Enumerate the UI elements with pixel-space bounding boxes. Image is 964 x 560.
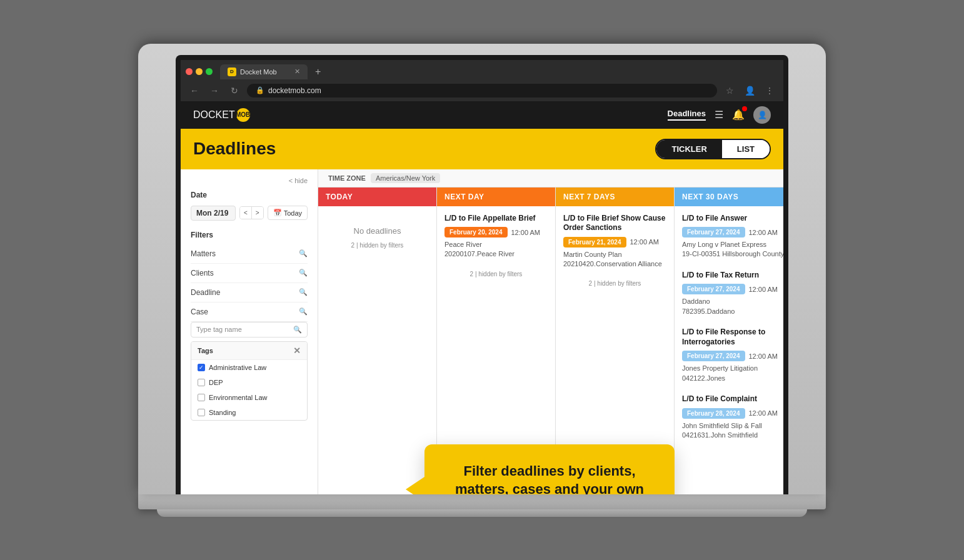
today-hidden-note: 2 | hidden by filters <box>326 242 429 249</box>
timezone-bar: TIME ZONE Americas/New York <box>318 169 783 188</box>
traffic-lights <box>186 68 213 75</box>
deadline-time-appellate: 12:00 AM <box>511 229 540 236</box>
deadline-badge-tax: February 27, 2024 <box>682 284 745 294</box>
tag-checkbox-dep[interactable] <box>198 379 205 386</box>
maximize-traffic-light[interactable] <box>206 68 213 75</box>
tag-item-dep[interactable]: DEP <box>191 375 307 390</box>
tab-favicon: D <box>228 68 236 76</box>
filter-case-label: Case <box>191 308 208 316</box>
hide-label[interactable]: < hide <box>289 177 308 184</box>
view-toggle-group: TICKLER LIST <box>655 139 771 159</box>
address-bar[interactable]: 🔒 docketmob.com <box>247 84 717 98</box>
deadlines-title: Deadlines <box>193 139 276 159</box>
laptop-shell: D Docket Mob ✕ + ← → ↻ 🔒 docketmob.com ☆ <box>138 44 826 517</box>
today-header: TODAY <box>318 188 436 206</box>
bell-icon[interactable]: 🔔 <box>732 109 745 121</box>
list-view-icon[interactable]: ☰ <box>715 109 723 121</box>
tag-checkbox-env-law[interactable] <box>198 394 205 401</box>
deadline-entry-appellate: L/D to File Appellate Brief February 20,… <box>444 214 548 259</box>
hide-sidebar-btn[interactable]: < hide <box>191 177 308 184</box>
deadline-badge-row-appellate: February 20, 2024 12:00 AM <box>444 227 548 238</box>
logo-docket-text: DOCKET <box>193 109 235 121</box>
notification-badge <box>742 106 747 111</box>
tag-item-standing[interactable]: Standing <box>191 405 307 420</box>
date-nav: Mon 2/19 < > 📅 Today <box>191 206 308 221</box>
calendar-icon: 📅 <box>273 209 282 217</box>
back-button[interactable]: ← <box>187 83 202 98</box>
deadline-case-tax: Daddano782395.Daddano <box>682 297 783 316</box>
type-tag-placeholder: Type tag name <box>196 326 293 333</box>
deadline-title-interrogatories: L/D to File Response to Interrogatories <box>682 328 783 347</box>
deadline-badge-sanctions: February 21, 2024 <box>563 237 626 248</box>
tags-label: Tags <box>198 347 213 354</box>
close-traffic-light[interactable] <box>186 68 193 75</box>
prev-date-button[interactable]: < <box>240 207 252 219</box>
next-date-button[interactable]: > <box>252 207 263 219</box>
tag-label-dep: DEP <box>209 379 223 386</box>
tickler-toggle-button[interactable]: TICKLER <box>656 140 721 158</box>
deadline-case-sanctions: Martin County Plan20210420.Conservation … <box>563 250 666 269</box>
content-wrapper: < hide Date Mon 2/19 < > 📅 <box>181 169 783 494</box>
deadline-case-answer: Amy Long v Planet Express19-CI-00351 Hil… <box>682 240 783 259</box>
deadline-case-interrogatories: Jones Property Litigation042122.Jones <box>682 364 783 383</box>
deadline-badge-row-interrogatories: February 27, 2024 12:00 AM <box>682 351 783 361</box>
tag-item-env-law[interactable]: Environmental Law <box>191 390 307 405</box>
search-icon: 🔍 <box>299 308 308 316</box>
new-tab-button[interactable]: + <box>310 64 326 80</box>
next-7-hidden-note: 2 | hidden by filters <box>563 280 666 287</box>
deadline-badge-row-complaint: February 28, 2024 12:00 AM <box>682 408 783 419</box>
filters-label: Filters <box>191 231 308 239</box>
sidebar: < hide Date Mon 2/19 < > 📅 <box>181 169 318 494</box>
forward-button[interactable]: → <box>207 83 222 98</box>
today-button[interactable]: 📅 Today <box>268 206 308 220</box>
deadline-badge-row-answer: February 27, 2024 12:00 AM <box>682 227 783 238</box>
filter-deadline[interactable]: Deadline 🔍 <box>191 283 308 302</box>
deadline-time-tax: 12:00 AM <box>749 286 778 293</box>
deadline-entry-sanctions: L/D to File Brief Show Cause Order Sanct… <box>563 214 666 269</box>
deadline-badge-complaint: February 28, 2024 <box>682 408 745 419</box>
deadline-badge-row-sanctions: February 21, 2024 12:00 AM <box>563 237 666 248</box>
next-7-header: NEXT 7 DAYS <box>556 188 674 206</box>
tab-close-btn[interactable]: ✕ <box>294 68 300 76</box>
deadline-title-complaint: L/D to File Complaint <box>682 394 783 404</box>
deadline-title-answer: L/D to File Answer <box>682 214 783 224</box>
list-toggle-button[interactable]: LIST <box>722 140 770 158</box>
tag-item-admin-law[interactable]: ✓ Administrative Law <box>191 360 307 375</box>
user-avatar[interactable]: 👤 <box>753 106 771 124</box>
next-day-header: NEXT DAY <box>437 188 555 206</box>
top-nav: DOCKET MOB Deadlines ☰ 🔔 👤 <box>181 101 783 129</box>
no-deadlines-text: No deadlines <box>326 226 429 236</box>
laptop-bottom <box>138 494 826 509</box>
tags-close-button[interactable]: ✕ <box>293 346 301 356</box>
logo-mob-text: MOB <box>236 111 250 118</box>
date-display: Mon 2/19 <box>191 206 236 221</box>
tab-bar: D Docket Mob ✕ + <box>181 60 783 80</box>
filter-matters[interactable]: Matters 🔍 <box>191 244 308 264</box>
laptop-top: D Docket Mob ✕ + ← → ↻ 🔒 docketmob.com ☆ <box>138 44 826 494</box>
refresh-button[interactable]: ↻ <box>227 83 242 98</box>
nav-deadlines-link[interactable]: Deadlines <box>668 109 706 121</box>
filter-matters-label: Matters <box>191 249 216 258</box>
menu-icon[interactable]: ⋮ <box>762 83 777 98</box>
filter-clients-label: Clients <box>191 269 214 278</box>
deadline-badge-appellate: February 20, 2024 <box>444 227 508 238</box>
filter-clients[interactable]: Clients 🔍 <box>191 264 308 283</box>
browser-tab[interactable]: D Docket Mob ✕ <box>220 64 308 79</box>
tooltip-callout: Filter deadlines by clients, matters, ca… <box>424 444 675 494</box>
screen-bezel: D Docket Mob ✕ + ← → ↻ 🔒 docketmob.com ☆ <box>176 55 788 494</box>
deadline-title-tax: L/D to File Tax Return <box>682 271 783 281</box>
filter-case[interactable]: Case 🔍 <box>191 302 308 322</box>
profile-icon[interactable]: 👤 <box>742 83 757 98</box>
tag-checkbox-admin-law[interactable]: ✓ <box>198 364 205 371</box>
minimize-traffic-light[interactable] <box>196 68 203 75</box>
ssl-lock-icon: 🔒 <box>256 86 264 94</box>
bookmark-icon[interactable]: ☆ <box>722 83 737 98</box>
tooltip-text: Filter deadlines by clients, matters, ca… <box>447 462 652 494</box>
type-tag-input[interactable]: Type tag name 🔍 <box>191 322 308 338</box>
tag-search-icon: 🔍 <box>293 326 302 334</box>
timezone-value: Americas/New York <box>371 173 440 183</box>
next-30-header: NEXT 30 DAYS <box>675 188 783 206</box>
timezone-label: TIME ZONE <box>328 174 366 182</box>
tag-checkbox-standing[interactable] <box>198 409 205 416</box>
deadline-time-interrogatories: 12:00 AM <box>749 352 778 360</box>
